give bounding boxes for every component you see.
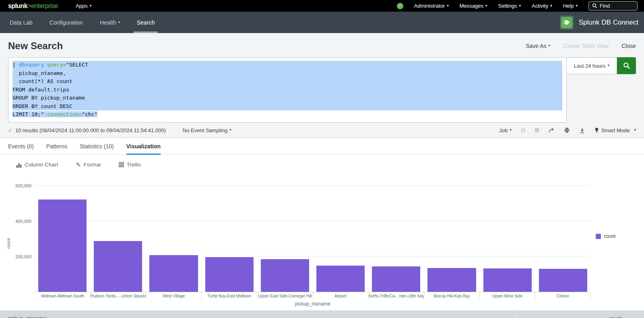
search-icon: [623, 62, 630, 69]
tab-statistics[interactable]: Statistics (10): [80, 138, 114, 154]
bar[interactable]: [372, 266, 420, 292]
trellis-button[interactable]: Trellis: [119, 162, 141, 168]
pause-job-icon[interactable]: [521, 128, 526, 133]
topbar-right: ✓ Administrator ▾ Messages ▾ Settings ▾ …: [397, 1, 638, 10]
header-actions: Save As ▾ Create Table View Close: [526, 43, 636, 49]
nav-item-configuration[interactable]: Configuration: [48, 12, 85, 33]
sampling-label: No Event Sampling: [183, 127, 227, 133]
chart-legend: count: [591, 180, 636, 292]
bar[interactable]: [149, 255, 198, 292]
job-label: Job: [499, 127, 508, 133]
mode-label: Smart Mode: [601, 127, 630, 133]
nav-label: Health: [100, 19, 116, 26]
chart-type-button[interactable]: Column Chart: [16, 162, 58, 168]
x-tick-label: Upper West Side: [479, 292, 535, 299]
format-button[interactable]: ✎ Format: [76, 161, 101, 168]
apps-menu[interactable]: Apps ▾: [76, 3, 91, 9]
bar-slot: [35, 180, 90, 292]
help-menu[interactable]: Help ▾: [563, 3, 578, 9]
y-tick-label: 600,000: [15, 183, 31, 188]
messages-menu[interactable]: Messages ▾: [460, 3, 487, 9]
settings-label: Settings: [498, 3, 517, 9]
bar[interactable]: [539, 269, 587, 292]
stop-job-icon[interactable]: [535, 128, 539, 132]
bar[interactable]: [483, 268, 532, 292]
event-sampling-dropdown[interactable]: No Event Sampling ▾: [183, 127, 231, 133]
run-search-button[interactable]: [617, 57, 636, 74]
messages-label: Messages: [460, 3, 483, 9]
health-status-icon[interactable]: ✓: [397, 3, 403, 9]
tab-patterns[interactable]: Patterns: [46, 138, 67, 154]
column-header-count[interactable]: count: [516, 310, 644, 318]
x-tick-label: Murray Hill-Kips Bay: [424, 292, 479, 299]
bar[interactable]: [94, 241, 142, 292]
format-label: Format: [84, 162, 101, 168]
app-identity: Splunk DB Connect: [560, 12, 638, 33]
page-title: New Search: [8, 40, 63, 52]
tab-label: Statistics (10): [80, 143, 114, 150]
export-icon[interactable]: [579, 127, 585, 133]
splunk-logo[interactable]: splunk >enterprise: [8, 2, 58, 10]
y-tick-label: 400,000: [15, 219, 31, 224]
results-summary: 10 results (08/04/2024 11:00:00.000 to 0…: [15, 127, 166, 133]
chevron-down-icon: ▾: [550, 4, 552, 8]
chevron-down-icon: ▾: [576, 4, 578, 8]
help-label: Help: [563, 3, 574, 9]
app-title: Splunk DB Connect: [579, 19, 638, 27]
column-header-pickup-ntaname[interactable]: pickup_ntaname: [0, 310, 516, 318]
chevron-down-icon: ▾: [607, 63, 609, 67]
legend-label: count: [604, 233, 615, 239]
share-icon[interactable]: [548, 127, 555, 133]
chevron-down-icon: ▾: [510, 128, 512, 132]
search-bar: | dbxquery query="SELECT pickup_ntaname,…: [0, 57, 644, 123]
activity-label: Activity: [532, 3, 548, 9]
chevron-down-icon: ▾: [634, 128, 636, 132]
tab-visualization[interactable]: Visualization: [126, 138, 161, 154]
logo-product: >enterprise: [27, 2, 58, 10]
close-label: Close: [621, 43, 636, 49]
nav-item-health[interactable]: Health ▾: [98, 12, 122, 33]
bar-slot: [480, 180, 535, 292]
close-button[interactable]: Close: [621, 43, 636, 49]
nav-label: Search: [137, 19, 155, 26]
result-tabs: Events (0) Patterns Statistics (10) Visu…: [0, 138, 644, 155]
nav-item-data-lab[interactable]: Data Lab: [8, 12, 34, 33]
find-input[interactable]: [600, 3, 633, 9]
chevron-down-icon: ▾: [485, 4, 487, 8]
find-search-box[interactable]: [588, 1, 638, 10]
chevron-down-icon: ▾: [229, 128, 231, 132]
create-table-view-button[interactable]: Create Table View: [563, 43, 609, 49]
results-bar: ✓ 10 results (08/04/2024 11:00:00.000 to…: [0, 123, 644, 137]
bar[interactable]: [316, 266, 365, 292]
column-chart: count 200,000400,000600,000 Midtown-Midt…: [5, 180, 636, 307]
save-as-button[interactable]: Save As ▾: [526, 43, 550, 49]
search-section: New Search Save As ▾ Create Table View C…: [0, 33, 644, 138]
apps-label: Apps: [76, 3, 88, 9]
save-as-label: Save As: [526, 43, 546, 49]
bar[interactable]: [38, 200, 87, 292]
bar[interactable]: [261, 259, 309, 292]
bar[interactable]: [427, 268, 476, 292]
bar-slot: [257, 180, 313, 292]
trellis-label: Trellis: [127, 162, 141, 168]
tab-label: Patterns: [46, 143, 67, 150]
x-tick-label: Upper East Side-Carnegie Hill: [257, 292, 312, 299]
activity-menu[interactable]: Activity ▾: [532, 3, 552, 9]
nav-item-search[interactable]: Search: [135, 12, 156, 33]
chevron-down-icon: ▾: [90, 4, 92, 8]
query-editor[interactable]: | dbxquery query="SELECT pickup_ntaname,…: [8, 57, 567, 123]
viz-controls: Column Chart ✎ Format Trellis: [0, 155, 644, 175]
print-icon[interactable]: [564, 127, 570, 133]
tab-label: Visualization: [126, 143, 161, 150]
search-icon: [592, 3, 597, 8]
chart-plot: [35, 180, 591, 292]
settings-menu[interactable]: Settings ▾: [498, 3, 521, 9]
y-axis-labels: 200,000400,000600,000: [12, 180, 35, 292]
time-range-picker[interactable]: Last 24 hours ▾: [567, 57, 617, 74]
tab-events[interactable]: Events (0): [8, 138, 34, 154]
job-menu[interactable]: Job ▾: [499, 127, 512, 133]
x-tick-label: Turtle Bay-East Midtown: [201, 292, 257, 299]
bar[interactable]: [205, 257, 254, 292]
administrator-menu[interactable]: Administrator ▾: [414, 3, 449, 9]
search-mode-dropdown[interactable]: Smart Mode ▾: [594, 127, 636, 133]
